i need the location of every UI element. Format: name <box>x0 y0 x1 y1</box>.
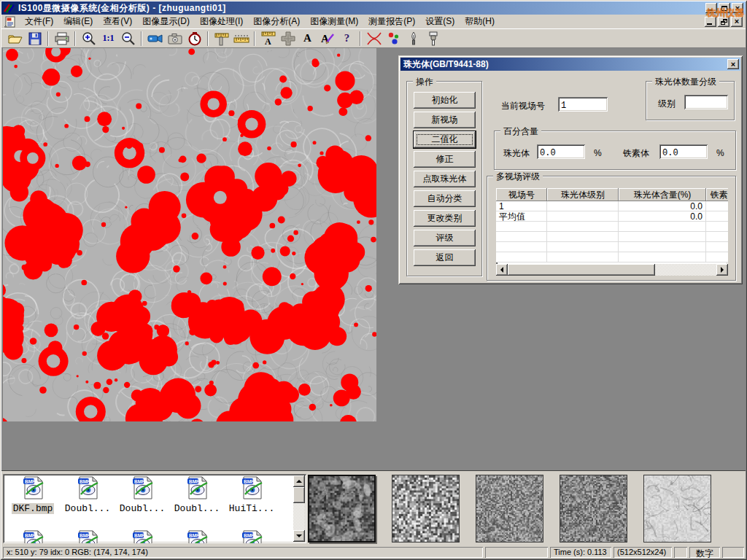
annotate-button[interactable]: A <box>317 30 337 47</box>
camera-button[interactable] <box>165 30 185 47</box>
file-item[interactable]: BMP <box>225 529 279 543</box>
timer-button[interactable] <box>185 30 204 47</box>
file-item[interactable]: BMP <box>6 529 60 543</box>
scroll-up-button[interactable] <box>293 475 305 487</box>
minimize-button[interactable] <box>705 3 717 13</box>
mdi-minimize-button[interactable] <box>705 17 716 27</box>
menu-help[interactable]: 帮助(H) <box>460 14 500 29</box>
menu-view[interactable]: 查看(V) <box>98 14 137 29</box>
scrollbar-thumb[interactable] <box>293 487 305 503</box>
scroll-left-button[interactable] <box>496 264 508 276</box>
file-item[interactable]: BMPDoubl... <box>115 475 169 514</box>
scroll-down-button[interactable] <box>293 530 305 542</box>
menu-image-analysis[interactable]: 图像分析(A) <box>248 14 305 29</box>
table-row[interactable] <box>496 252 728 262</box>
file-item[interactable]: BMPDoubl... <box>61 475 115 514</box>
zoom-out-button[interactable] <box>118 30 138 47</box>
bmp-file-icon: BMP <box>20 529 45 543</box>
thumbnail-2[interactable] <box>392 475 460 542</box>
brush-button[interactable] <box>423 30 443 47</box>
menu-image-processing[interactable]: 图像处理(I) <box>195 14 248 29</box>
thumbnail-1[interactable] <box>308 475 376 542</box>
maximize-icon <box>721 6 727 11</box>
file-name: DKF.bmp <box>12 503 55 514</box>
ferrite-label: 铁素体 <box>623 147 649 160</box>
file-item[interactable]: BMPHuiTi... <box>225 475 279 514</box>
table-row[interactable]: 10.0 <box>496 201 728 211</box>
dialog-close-button[interactable]: × <box>727 59 739 69</box>
rate-button[interactable]: 评级 <box>414 230 476 246</box>
file-item[interactable]: BMP <box>170 529 224 543</box>
ferrite-input[interactable] <box>659 144 708 159</box>
thumbnail-4[interactable] <box>560 475 627 542</box>
table-row[interactable] <box>496 222 728 232</box>
column-header[interactable]: 珠光体级别 <box>547 188 619 201</box>
open-button[interactable] <box>5 30 25 47</box>
metallographic-image[interactable] <box>3 48 376 421</box>
zoom-in-button[interactable] <box>79 30 98 47</box>
auto-classify-button[interactable]: 自动分类 <box>414 190 476 207</box>
grade-level-label: 级别 <box>658 98 676 110</box>
table-row[interactable] <box>496 232 728 242</box>
app-icon <box>4 3 15 13</box>
file-item[interactable]: BMP <box>61 529 115 543</box>
measure-text-icon: A <box>260 31 276 47</box>
classify-button[interactable] <box>384 30 403 47</box>
print-button[interactable] <box>52 30 71 47</box>
save-button[interactable] <box>25 30 44 47</box>
table-header-row: 视场号 珠光体级别 珠光体含量(%) 铁素体含量(%) <box>496 188 728 201</box>
scroll-right-button[interactable] <box>716 264 728 276</box>
new-field-button[interactable]: 新视场 <box>414 112 476 128</box>
init-button[interactable]: 初始化 <box>414 92 476 109</box>
cursor-position-status: x: 510 y: 79 idx: 0 RGB: (174, 174, 174) <box>3 547 483 558</box>
actual-size-button[interactable]: 1:1 <box>98 30 118 47</box>
current-field-input[interactable] <box>558 97 608 112</box>
menu-edit[interactable]: 编辑(E) <box>58 14 98 29</box>
video-capture-button[interactable] <box>145 30 165 47</box>
column-header[interactable]: 视场号 <box>496 188 547 201</box>
return-button[interactable]: 返回 <box>414 249 476 266</box>
mdi-restore-button[interactable] <box>718 17 729 27</box>
ruler-button[interactable] <box>231 30 251 47</box>
scrollbar-thumb[interactable] <box>508 264 655 276</box>
menu-image-display[interactable]: 图像显示(D) <box>137 14 195 29</box>
file-item[interactable]: BMPDKF.bmp <box>6 475 60 514</box>
grid-button[interactable] <box>278 30 298 47</box>
file-item[interactable]: BMP <box>115 529 169 543</box>
menu-settings[interactable]: 设置(S) <box>420 14 460 29</box>
mdi-close-button[interactable]: × <box>731 17 743 27</box>
thumbnail-3[interactable] <box>476 475 543 542</box>
help-button[interactable]: ? <box>337 30 357 47</box>
table-row[interactable]: 平均值0.0 <box>496 211 728 222</box>
caliper-button[interactable] <box>212 30 231 47</box>
change-class-button[interactable]: 更改类别 <box>414 210 476 227</box>
text-button[interactable]: A <box>298 30 317 47</box>
mode-status: 数字 <box>689 547 720 558</box>
column-header[interactable]: 铁素体含量(%) <box>706 188 728 201</box>
maximize-button[interactable] <box>719 3 730 13</box>
scrollbar-track[interactable] <box>508 264 716 276</box>
menu-image-measure[interactable]: 图像测量(M) <box>305 14 363 29</box>
thumbnail-5[interactable] <box>643 475 711 542</box>
close-button[interactable]: × <box>732 3 743 13</box>
menu-report[interactable]: 测量报告(P) <box>363 14 420 29</box>
svg-text:BMP: BMP <box>189 479 200 484</box>
pick-pearlite-button[interactable]: 点取珠光体 <box>414 171 476 187</box>
discard-button[interactable] <box>364 30 384 47</box>
menu-file[interactable]: 文件(F) <box>20 14 58 29</box>
multi-field-group-label: 多视场评级 <box>493 171 543 183</box>
measure-text-button[interactable]: A <box>258 30 278 47</box>
table-row[interactable] <box>496 242 728 252</box>
svg-text:BMP: BMP <box>80 533 90 538</box>
column-header[interactable]: 珠光体含量(%) <box>619 188 706 201</box>
correct-button[interactable]: 修正 <box>414 151 476 168</box>
svg-text:BMP: BMP <box>25 533 36 538</box>
scrollbar-track[interactable] <box>293 487 305 530</box>
file-item[interactable]: BMPDoubl... <box>170 475 224 514</box>
pearlite-input[interactable] <box>537 144 585 159</box>
arrow-left-icon <box>500 267 503 273</box>
mdi-close-icon: × <box>735 18 739 26</box>
pen-button[interactable] <box>403 30 423 47</box>
grade-level-input[interactable] <box>684 95 728 109</box>
binarize-button[interactable]: 二值化 <box>414 131 476 148</box>
